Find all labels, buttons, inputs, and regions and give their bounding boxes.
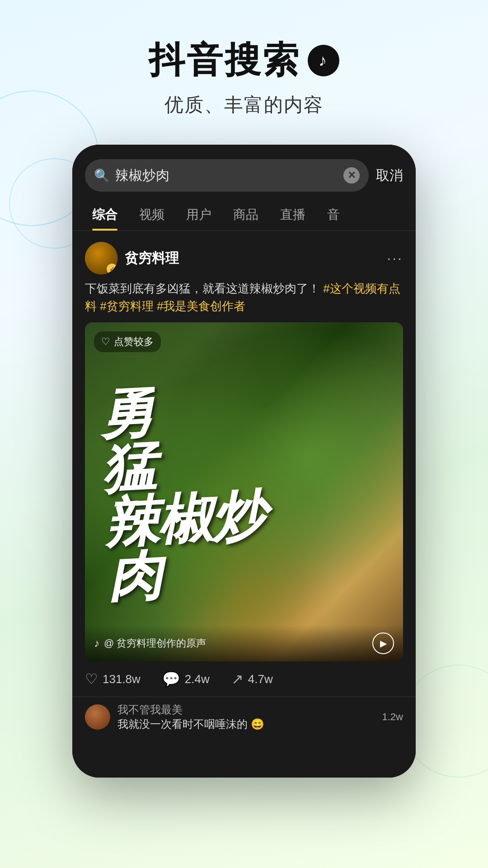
likes-stat[interactable]: ♡ 131.8w [85, 670, 141, 688]
tab-综合[interactable]: 综合 [81, 199, 128, 231]
more-options-icon[interactable]: ··· [387, 250, 403, 267]
likes-count: 131.8w [103, 672, 141, 686]
heart-stat-icon: ♡ [85, 670, 98, 688]
play-button[interactable]: ▶ [372, 632, 394, 654]
tab-直播[interactable]: 直播 [269, 199, 316, 231]
comment-likes-count: 1.2w [382, 711, 403, 723]
video-text-overlay: 勇猛辣椒炒肉 [85, 322, 403, 661]
shares-stat[interactable]: ↗ 4.7w [231, 670, 273, 688]
search-tabs: 综合 视频 用户 商品 直播 音 [72, 199, 416, 231]
music-label: @ 贫穷料理创作的原声 [104, 637, 206, 650]
tab-用户[interactable]: 用户 [175, 199, 222, 231]
commenter-name: 我不管我最美 [117, 703, 375, 717]
comments-count: 2.4w [185, 672, 210, 686]
music-note-icon: ♪ [94, 637, 99, 650]
comment-preview: 我不管我最美 我就没一次看时不咽唾沫的 😄 1.2w [72, 697, 416, 737]
phone-mockup: 🔍 辣椒炒肉 ✕ 取消 综合 视频 用户 商品 [72, 145, 416, 778]
search-icon: 🔍 [94, 168, 110, 183]
app-title: 抖音搜索 [0, 36, 488, 85]
commenter-avatar [85, 704, 110, 730]
tab-视频[interactable]: 视频 [128, 199, 175, 231]
post-body-text: 下饭菜到底有多凶猛，就看这道辣椒炒肉了！ [85, 282, 320, 295]
search-bar[interactable]: 🔍 辣椒炒肉 ✕ [85, 159, 369, 192]
phone-wrapper: 🔍 辣椒炒肉 ✕ 取消 综合 视频 用户 商品 [0, 145, 488, 778]
clear-search-button[interactable]: ✕ [343, 167, 360, 184]
post-stats-row: ♡ 131.8w 💬 2.4w ↗ 4.7w [72, 661, 416, 697]
app-subtitle: 优质、丰富的内容 [0, 92, 488, 118]
search-input[interactable]: 辣椒炒肉 [115, 166, 338, 185]
search-bar-row: 🔍 辣椒炒肉 ✕ 取消 [72, 145, 416, 199]
app-header: 抖音搜索 优质、丰富的内容 [0, 0, 488, 136]
video-thumbnail[interactable]: ♡ 点赞较多 勇猛辣椒炒肉 ♪ @ 贫穷料理创作的原声 [85, 322, 403, 661]
video-bottom-bar: ♪ @ 贫穷料理创作的原声 ▶ [85, 625, 403, 661]
tab-商品[interactable]: 商品 [222, 199, 269, 231]
video-title: 勇猛辣椒炒肉 [98, 379, 269, 604]
tab-音[interactable]: 音 [316, 199, 351, 231]
search-results: ✓ 贫穷料理 ··· 下饭菜到底有多凶猛，就看这道辣椒炒肉了！ #这个视频有点料… [72, 231, 416, 778]
tiktok-logo-icon [308, 45, 339, 76]
post-text: 下饭菜到底有多凶猛，就看这道辣椒炒肉了！ #这个视频有点料 #贫穷料理 #我是美… [72, 280, 416, 322]
share-stat-icon: ↗ [231, 670, 244, 688]
comment-content: 我不管我最美 我就没一次看时不咽唾沫的 😄 [117, 703, 375, 731]
post-author-row: ✓ 贫穷料理 ··· [72, 231, 416, 280]
comments-stat[interactable]: 💬 2.4w [162, 670, 210, 688]
author-name[interactable]: 贫穷料理 [125, 249, 179, 268]
author-info: ✓ 贫穷料理 [85, 242, 179, 274]
verified-badge-icon: ✓ [107, 264, 117, 274]
comment-body: 我就没一次看时不咽唾沫的 😄 [117, 717, 375, 731]
cancel-button[interactable]: 取消 [376, 166, 403, 185]
comment-stat-icon: 💬 [162, 670, 180, 688]
phone-screen: 🔍 辣椒炒肉 ✕ 取消 综合 视频 用户 商品 [72, 145, 416, 778]
app-title-text: 抖音搜索 [149, 36, 300, 85]
shares-count: 4.7w [248, 672, 273, 686]
music-info: ♪ @ 贫穷料理创作的原声 [94, 637, 206, 650]
avatar: ✓ [85, 242, 117, 274]
